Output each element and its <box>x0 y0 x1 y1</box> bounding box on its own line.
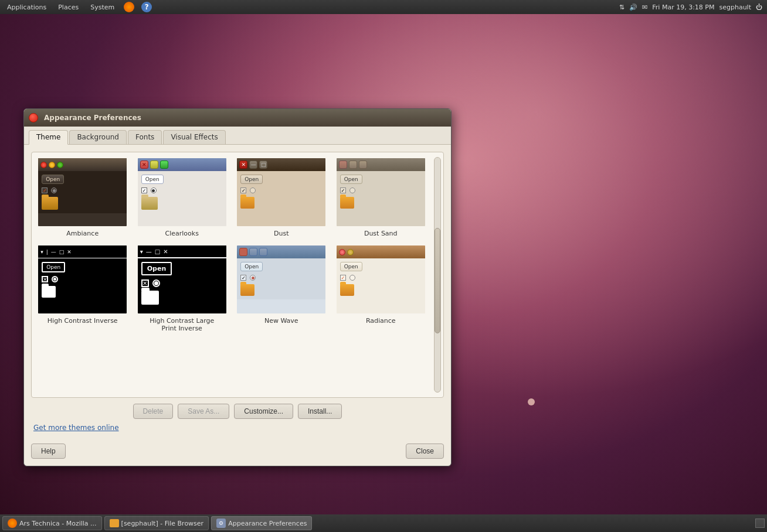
applications-menu[interactable]: Applications <box>5 2 49 12</box>
firefox-icon[interactable] <box>124 2 134 12</box>
save-as-button[interactable]: Save As... <box>178 404 229 419</box>
email-icon[interactable]: ✉ <box>642 4 647 11</box>
theme-preview-dust-sand: Open ✓ <box>335 157 426 227</box>
theme-name-hci: High Contrast Inverse <box>47 317 118 325</box>
install-button[interactable]: Install... <box>298 404 342 419</box>
taskbar-right <box>755 519 765 528</box>
theme-name-dust-sand: Dust Sand <box>364 230 398 237</box>
dialog-titlebar: Appearance Preferences <box>24 109 451 127</box>
network-icon: ⇅ <box>619 4 625 11</box>
tab-theme[interactable]: Theme <box>29 130 68 145</box>
taskbar: Ars Technica - Mozilla ... [segphault] -… <box>0 514 767 532</box>
theme-item-clearlooks[interactable]: ✕ Open ✓ <box>136 157 229 237</box>
top-panel: Applications Places System ? ⇅ 🔊 ✉ Fri M… <box>0 0 767 14</box>
theme-name-clearlooks: Clearlooks <box>165 230 199 237</box>
theme-item-dust[interactable]: ✕ — □ Open ✓ <box>235 157 328 237</box>
delete-button[interactable]: Delete <box>133 404 174 419</box>
tab-background[interactable]: Background <box>69 130 127 144</box>
tab-visual-effects[interactable]: Visual Effects <box>163 130 225 144</box>
taskbar-item-firefox[interactable]: Ars Technica - Mozilla ... <box>2 516 102 530</box>
theme-item-high-contrast-inverse[interactable]: ▾ | — □ ✕ Open ✕ <box>36 244 129 332</box>
firefox-taskbar-icon <box>8 519 17 528</box>
theme-name-new-wave: New Wave <box>264 317 298 325</box>
top-panel-left: Applications Places System ? <box>5 2 152 12</box>
desktop-glow-dot <box>528 398 535 405</box>
theme-grid-container: Open ✓ <box>31 152 444 398</box>
theme-preview-radiance: Open ✓ <box>335 244 426 315</box>
system-menu[interactable]: System <box>88 2 117 12</box>
appearance-preferences-dialog: Appearance Preferences Theme Background … <box>23 108 452 466</box>
places-menu[interactable]: Places <box>56 2 81 12</box>
theme-item-hclpi[interactable]: ▾ — □ ✕ Open ✕ <box>136 244 229 332</box>
taskbar-label-firefox: Ars Technica - Mozilla ... <box>19 520 97 527</box>
tab-fonts[interactable]: Fonts <box>128 130 162 144</box>
theme-preview-clearlooks: ✕ Open ✓ <box>137 157 228 227</box>
dialog-content: Open ✓ <box>24 145 451 439</box>
folder-taskbar-icon <box>110 519 119 527</box>
theme-name-dust: Dust <box>274 230 289 237</box>
user-display: segphault <box>719 4 751 11</box>
top-panel-right: ⇅ 🔊 ✉ Fri Mar 19, 3:18 PM segphault ⏻ <box>619 4 762 11</box>
link-row: Get more themes online <box>31 424 444 432</box>
dialog-title: Appearance Preferences <box>44 114 141 122</box>
theme-item-new-wave[interactable]: Open ✓ <box>235 244 328 332</box>
taskbar-item-filebrowser[interactable]: [segphault] - File Browser <box>104 516 209 530</box>
dialog-close-button[interactable] <box>29 113 38 122</box>
taskbar-item-appearance[interactable]: ⚙ Appearance Preferences <box>211 516 312 530</box>
get-more-themes-link[interactable]: Get more themes online <box>33 424 119 432</box>
theme-name-radiance: Radiance <box>366 317 396 325</box>
theme-name-ambiance: Ambiance <box>66 230 99 237</box>
power-icon[interactable]: ⏻ <box>756 4 762 11</box>
action-buttons: Delete Save As... Customize... Install..… <box>31 404 444 419</box>
taskbar-label-filebrowser: [segphault] - File Browser <box>121 520 204 527</box>
theme-preview-hclpi: ▾ — □ ✕ Open ✕ <box>137 244 228 315</box>
theme-item-radiance[interactable]: Open ✓ <box>335 244 427 332</box>
volume-icon[interactable]: 🔊 <box>629 4 637 11</box>
theme-item-ambiance[interactable]: Open ✓ <box>36 157 129 237</box>
theme-name-hclpi: High Contrast Large Print Inverse <box>150 317 214 332</box>
theme-preview-hci: ▾ | — □ ✕ Open ✕ <box>37 244 128 315</box>
theme-grid: Open ✓ <box>36 157 439 332</box>
help-button[interactable]: Help <box>31 444 66 459</box>
close-button[interactable]: Close <box>406 444 444 459</box>
prefs-taskbar-icon: ⚙ <box>216 519 226 528</box>
taskbar-label-appearance: Appearance Preferences <box>228 520 307 527</box>
theme-preview-new-wave: Open ✓ <box>236 244 327 315</box>
customize-button[interactable]: Customize... <box>234 404 293 419</box>
scrollbar-thumb[interactable] <box>435 228 440 333</box>
theme-preview-ambiance: Open ✓ <box>37 157 128 227</box>
theme-scrollbar[interactable] <box>434 157 441 393</box>
help-icon[interactable]: ? <box>141 2 152 12</box>
theme-item-dust-sand[interactable]: Open ✓ <box>335 157 427 237</box>
taskbar-resize-handle[interactable] <box>755 519 765 528</box>
tabs-row: Theme Background Fonts Visual Effects <box>24 127 451 145</box>
theme-preview-dust: ✕ — □ Open ✓ <box>236 157 327 227</box>
dialog-footer: Help Close <box>24 439 451 466</box>
datetime-display: Fri Mar 19, 3:18 PM <box>652 4 714 11</box>
